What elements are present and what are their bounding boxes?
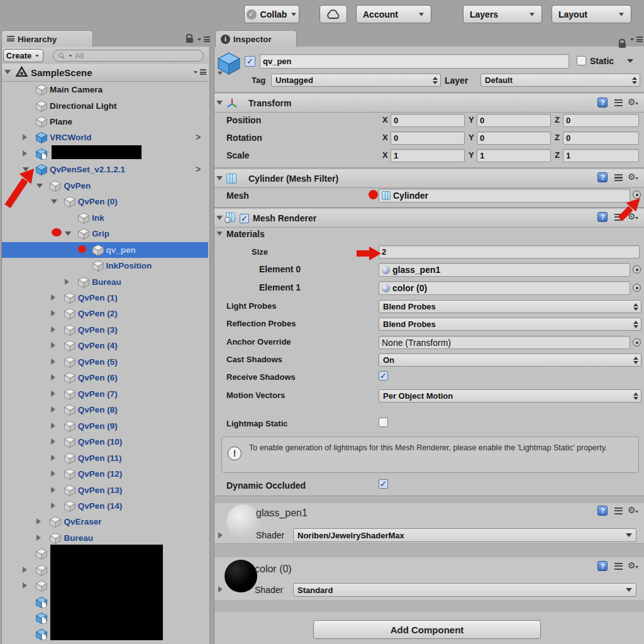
active-checkbox[interactable]: ✓ (245, 56, 255, 67)
inspector-menu-icon[interactable] (629, 36, 643, 42)
reflection-probes-dropdown[interactable]: Blend Probes (379, 318, 641, 331)
mesh-object-field[interactable]: Cylinder (379, 189, 630, 203)
element-object-picker[interactable] (633, 265, 641, 274)
foldout-closed-icon[interactable] (51, 326, 55, 333)
rotation-x-field[interactable]: 0 (391, 131, 465, 145)
size-field[interactable]: 2 (379, 245, 640, 258)
receive-shadows-checkbox[interactable]: ✓ (379, 371, 388, 380)
tree-item-plane[interactable]: Plane (2, 114, 208, 130)
account-button[interactable]: Account (356, 5, 431, 23)
foldout-closed-icon[interactable] (51, 502, 55, 509)
collab-button[interactable]: ✓ Collab (244, 5, 299, 23)
foldout-open-icon[interactable] (65, 231, 71, 236)
foldout-closed-icon[interactable] (51, 310, 55, 316)
foldout-closed-icon[interactable] (36, 535, 41, 541)
material-1-foldout[interactable] (218, 586, 223, 592)
tree-item-qvpen-1-[interactable]: QvPen (1) (2, 290, 208, 306)
tree-item-inkposition[interactable]: InkPosition (2, 258, 208, 274)
foldout-closed-icon[interactable] (51, 374, 55, 380)
tag-dropdown[interactable]: Untagged (271, 74, 441, 87)
foldout-closed-icon[interactable] (23, 134, 27, 140)
tree-item-vrcworld[interactable]: VRCWorld> (2, 130, 208, 145)
tree-item-qvpen-14-[interactable]: QvPen (14) (2, 498, 208, 514)
mesh-renderer-enabled-checkbox[interactable]: ✓ (240, 214, 249, 223)
foldout-closed-icon[interactable] (65, 279, 69, 285)
lightmap-static-checkbox[interactable] (379, 418, 388, 427)
object-picker[interactable] (633, 338, 641, 347)
transform-preset-icon[interactable] (614, 99, 623, 106)
tree-item-qvpen-12-[interactable]: QvPen (12) (2, 466, 208, 482)
position-y-field[interactable]: 0 (477, 114, 551, 127)
element-object-field[interactable]: glass_pen1 (379, 263, 630, 277)
inspector-tab[interactable]: i Inspector (215, 30, 297, 47)
tree-item-qvpen-11-[interactable]: QvPen (11) (2, 450, 208, 466)
foldout-closed-icon[interactable] (51, 455, 55, 461)
material-0-foldout[interactable] (218, 532, 223, 538)
foldout-closed-icon[interactable] (23, 582, 27, 589)
material-1-preview-sphere[interactable] (225, 560, 257, 592)
foldout-closed-icon[interactable] (51, 358, 55, 365)
prefab-chevron-icon[interactable]: > (196, 162, 201, 177)
element-object-field[interactable]: color (0) (379, 281, 630, 295)
layers-button[interactable]: Layers (463, 5, 542, 23)
light-probes-dropdown[interactable]: Blend Probes (379, 300, 641, 313)
transform-help-icon[interactable]: ? (597, 97, 608, 108)
mesh-filter-gear-icon[interactable]: ⚙▾ (628, 172, 638, 181)
material-0-preset-icon[interactable] (614, 508, 623, 514)
tree-item-qvpen-13-[interactable]: QvPen (13) (2, 482, 208, 498)
foldout-closed-icon[interactable] (51, 487, 55, 493)
foldout-closed-icon[interactable] (51, 423, 55, 429)
foldout-closed-icon[interactable] (23, 567, 27, 573)
materials-foldout[interactable] (217, 231, 223, 235)
rotation-y-field[interactable]: 0 (477, 131, 551, 145)
mesh-renderer-help-icon[interactable]: ? (597, 212, 608, 222)
inspector-lock-icon[interactable] (619, 43, 626, 48)
tree-item-qvpen-10-[interactable]: QvPen (10) (2, 434, 208, 450)
material-1-preset-icon[interactable] (614, 563, 623, 570)
gameobject-icon-foldout[interactable] (218, 72, 223, 75)
scale-y-field[interactable]: 1 (477, 149, 551, 162)
tree-item-qvpen-7-[interactable]: QvPen (7) (2, 386, 208, 402)
material-1-shader-dropdown[interactable]: Standard (293, 583, 636, 597)
foldout-closed-icon[interactable] (51, 470, 55, 477)
material-0-preview-sphere[interactable] (226, 504, 260, 538)
mesh-renderer-foldout[interactable] (216, 216, 223, 220)
material-1-help-icon[interactable]: ? (597, 561, 608, 571)
tree-item-qvpen-5-[interactable]: QvPen (5) (2, 354, 208, 370)
foldout-open-icon[interactable] (51, 199, 57, 204)
tree-item-qvpen-8-[interactable]: QvPen (8) (2, 402, 208, 418)
foldout-closed-icon[interactable] (36, 518, 41, 525)
transform-gear-icon[interactable]: ⚙▾ (628, 97, 638, 106)
tree-item-qvpen-3-[interactable]: QvPen (3) (2, 322, 208, 338)
layout-button[interactable]: Layout (552, 5, 631, 23)
material-0-help-icon[interactable]: ? (597, 506, 608, 516)
material-1-gear-icon[interactable]: ⚙▾ (628, 561, 638, 570)
foldout-closed-icon[interactable] (51, 294, 55, 301)
rotation-z-field[interactable]: 0 (563, 131, 639, 145)
tree-item-directional-light[interactable]: Directional Light (2, 98, 208, 114)
material-0-gear-icon[interactable]: ⚙▾ (628, 506, 638, 514)
tree-item-bureau[interactable]: Bureau (2, 274, 208, 290)
cloud-button[interactable] (319, 5, 347, 23)
anchor-override-object-field[interactable]: None (Transform) (379, 336, 630, 349)
dynamic-occluded-checkbox[interactable]: ✓ (379, 479, 388, 489)
mesh-filter-foldout[interactable] (216, 176, 223, 180)
tree-item-qvpen-6-[interactable]: QvPen (6) (2, 370, 208, 386)
tree-item-qveraser[interactable]: QvEraser (2, 514, 208, 530)
cast-shadows-dropdown[interactable]: On (379, 353, 641, 367)
prefab-chevron-icon[interactable]: > (196, 130, 201, 145)
static-dropdown-arrow[interactable] (627, 59, 633, 63)
layer-dropdown[interactable]: Default (480, 74, 640, 87)
name-field[interactable]: qv_pen (260, 54, 569, 69)
foldout-closed-icon[interactable] (23, 150, 27, 157)
position-x-field[interactable]: 0 (391, 114, 465, 127)
tree-item-qv-pen[interactable]: qv_pen (2, 242, 208, 258)
mesh-filter-help-icon[interactable]: ? (597, 172, 608, 182)
add-component-button[interactable]: Add Component (313, 620, 541, 639)
scale-x-field[interactable]: 1 (391, 149, 465, 162)
position-z-field[interactable]: 0 (563, 114, 639, 127)
material-0-shader-dropdown[interactable]: Noriben/JewelryShaderMax (293, 528, 636, 542)
motion-vectors-dropdown[interactable]: Per Object Motion (379, 389, 641, 402)
tree-item-main-camera[interactable]: Main Camera (2, 82, 208, 97)
tree-item-qvpen-9-[interactable]: QvPen (9) (2, 418, 208, 434)
